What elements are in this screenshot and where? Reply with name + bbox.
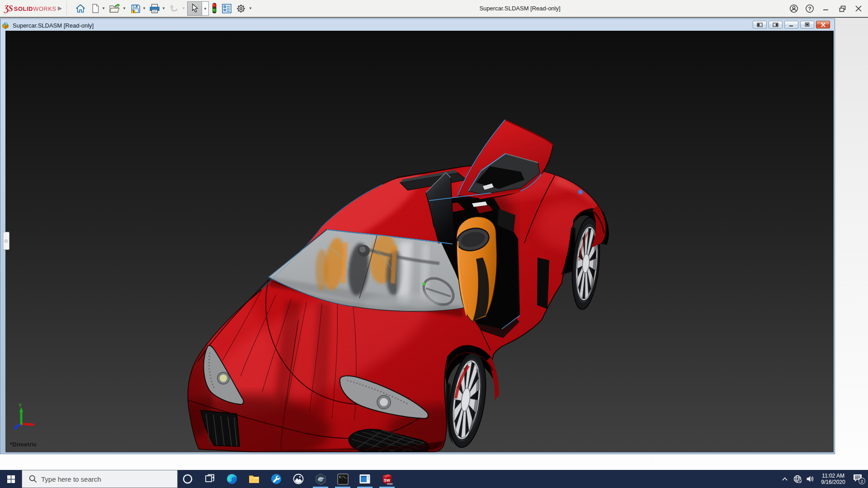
taskbar-cortana-icon[interactable] — [177, 470, 198, 488]
network-globe-icon[interactable] — [791, 470, 804, 488]
taskbar-search[interactable] — [22, 470, 178, 488]
taskbar: C:\_ SW 2020 11:02 AM 9/16/2020 — [0, 470, 868, 488]
ds-logo-glyph: ƷS — [5, 4, 13, 14]
panel-tab-handle-icon — [5, 239, 8, 243]
print-dropdown[interactable]: ▼ — [161, 5, 166, 12]
undo-icon[interactable] — [168, 2, 181, 15]
undo-dropdown[interactable]: ▼ — [181, 5, 186, 12]
hidden-icons-chevron[interactable] — [778, 470, 791, 488]
minimize-button[interactable] — [821, 3, 832, 14]
search-icon — [28, 474, 38, 483]
feature-panel-tab[interactable] — [4, 232, 9, 250]
clock-date: 9/16/2020 — [816, 479, 850, 485]
taskbar-edrawings-icon[interactable] — [310, 470, 331, 488]
document-title: Supercar.SLDASM [Read-only] — [13, 22, 94, 29]
document-titlebar[interactable]: Supercar.SLDASM [Read-only] — [2, 20, 834, 31]
clock-time: 11:02 AM — [816, 473, 850, 479]
options-dropdown[interactable]: ▼ — [248, 5, 253, 12]
doc-minimize-button[interactable] — [784, 21, 798, 28]
svg-text:SW: SW — [384, 478, 391, 482]
print-icon[interactable] — [148, 2, 161, 15]
restore-button[interactable] — [837, 3, 849, 14]
solidworks-logo: ƷS SOLIDWORKS — [5, 2, 57, 15]
options-gear-icon[interactable] — [234, 2, 248, 15]
orientation-triad — [14, 406, 45, 437]
traffic-light-icon[interactable] — [208, 2, 221, 15]
taskbar-explorer-icon[interactable] — [243, 470, 265, 488]
expand-right-pane-button[interactable] — [769, 21, 783, 28]
taskbar-edge-icon[interactable] — [221, 470, 243, 488]
save-icon[interactable] — [129, 2, 142, 15]
volume-icon[interactable] — [804, 470, 816, 488]
open-icon[interactable] — [108, 2, 122, 15]
taskbar-remote-window-icon[interactable] — [354, 470, 376, 488]
save-dropdown[interactable]: ▼ — [142, 5, 146, 12]
svg-text:C:\_: C:\_ — [339, 475, 348, 479]
collapse-left-pane-button[interactable] — [753, 21, 767, 28]
taskbar-solidworks-icon[interactable]: SW 2020 — [376, 470, 398, 488]
supercar-3d-model — [5, 31, 834, 452]
open-dropdown[interactable]: ▼ — [122, 5, 127, 12]
select-cursor-button[interactable] — [187, 1, 202, 16]
svg-text:2020: 2020 — [387, 482, 392, 485]
start-button[interactable] — [0, 470, 22, 488]
system-tray: 11:02 AM 9/16/2020 2 — [778, 470, 868, 488]
toolbar-separator — [66, 1, 67, 16]
app-titlebar: ƷS SOLIDWORKS ▶ ▼ ▼ ▼ ▼ ▼ ▼ ▼ Supercar.S… — [0, 0, 868, 17]
taskbar-cmd-icon[interactable]: C:\_ — [332, 470, 354, 488]
taskbar-photos-icon[interactable] — [288, 470, 309, 488]
evaluate-report-icon[interactable] — [220, 2, 234, 15]
help-icon[interactable]: ? — [804, 3, 816, 14]
close-button[interactable] — [853, 3, 864, 14]
assembly-document-icon — [2, 22, 9, 29]
doc-restore-button[interactable] — [800, 21, 814, 28]
document-window: Supercar.SLDASM [Read-only] — [0, 19, 835, 454]
user-account-icon[interactable] — [788, 3, 800, 14]
app-title: Supercar.SLDASM [Read-only] — [461, 0, 579, 17]
view-orientation-label: *Dimetric — [10, 441, 37, 448]
search-input[interactable] — [41, 475, 154, 483]
new-document-icon[interactable] — [89, 2, 102, 15]
taskbar-settings-tool-icon[interactable] — [265, 470, 287, 488]
new-document-dropdown[interactable]: ▼ — [101, 5, 106, 12]
menu-expand-arrow-icon[interactable]: ▶ — [58, 5, 63, 12]
doc-close-button[interactable] — [816, 21, 830, 28]
svg-text:?: ? — [808, 6, 811, 11]
notification-badge: 2 — [861, 479, 863, 483]
taskbar-taskview-icon[interactable] — [199, 470, 221, 488]
home-icon[interactable] — [74, 2, 87, 15]
triad-y-label: Y — [19, 403, 22, 408]
taskbar-clock[interactable]: 11:02 AM 9/16/2020 — [816, 473, 850, 485]
graphics-viewport[interactable]: Y *Dimetric — [5, 31, 834, 452]
notification-center-icon[interactable]: 2 — [850, 470, 868, 488]
